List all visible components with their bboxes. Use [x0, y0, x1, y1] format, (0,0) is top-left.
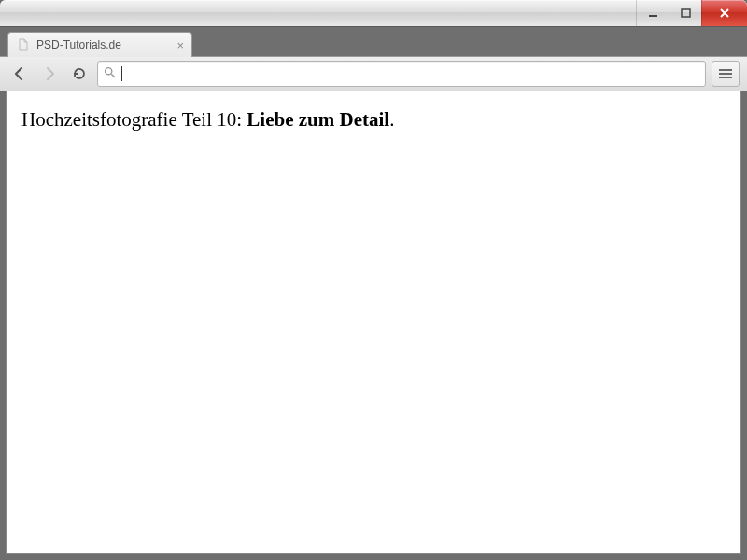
- hamburger-icon: [719, 69, 732, 78]
- content-emphasis: Liebe zum Detail: [247, 108, 389, 131]
- tab-title: PSD-Tutorials.de: [36, 38, 171, 51]
- search-icon: [104, 65, 116, 82]
- tab-close-icon[interactable]: ×: [176, 38, 184, 52]
- tab-strip: PSD-Tutorials.de ×: [0, 27, 747, 57]
- forward-button[interactable]: [37, 62, 62, 86]
- minimize-button[interactable]: [636, 0, 669, 26]
- page-body: Hochzeitsfotografie Teil 10: Liebe zum D…: [6, 91, 741, 554]
- arrow-right-icon: [41, 65, 58, 82]
- window-titlebar: [0, 0, 747, 27]
- browser-tab[interactable]: PSD-Tutorials.de ×: [7, 32, 192, 57]
- content-suffix: .: [389, 108, 394, 131]
- content-prefix: Hochzeitsfotografie Teil 10:: [21, 108, 247, 131]
- svg-rect-0: [649, 15, 657, 17]
- svg-rect-1: [682, 9, 690, 17]
- back-button[interactable]: [7, 62, 32, 86]
- maximize-icon: [681, 8, 691, 19]
- reload-icon: [72, 66, 87, 81]
- reload-button[interactable]: [67, 62, 92, 86]
- svg-line-3: [111, 74, 115, 77]
- page-favicon-icon: [16, 37, 31, 52]
- content-frame: Hochzeitsfotografie Teil 10: Liebe zum D…: [0, 91, 747, 560]
- minimize-icon: [648, 8, 658, 19]
- browser-toolbar: [0, 57, 747, 91]
- svg-point-2: [106, 68, 112, 75]
- maximize-button[interactable]: [669, 0, 701, 26]
- close-icon: [719, 7, 730, 19]
- address-bar[interactable]: [97, 61, 706, 87]
- text-caret: [121, 66, 122, 81]
- close-window-button[interactable]: [701, 0, 747, 26]
- menu-button[interactable]: [712, 61, 740, 87]
- arrow-left-icon: [11, 65, 28, 82]
